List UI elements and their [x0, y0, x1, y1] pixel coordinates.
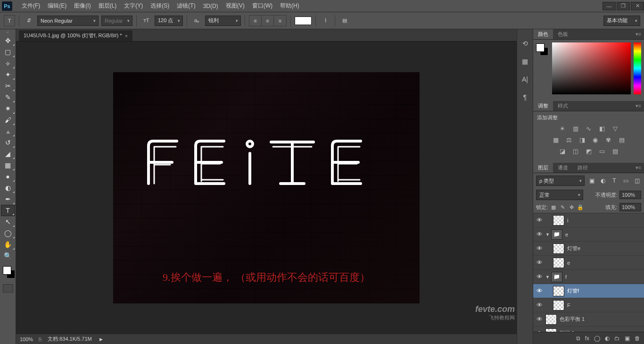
- layer-name[interactable]: e: [565, 232, 568, 237]
- filter-smart-icon[interactable]: ◫: [633, 176, 641, 185]
- pen-tool[interactable]: ✒: [1, 193, 15, 205]
- restore-button[interactable]: ❐: [617, 2, 630, 10]
- document-tab[interactable]: 1U45UV8-1.jpg @ 100% (灯管f, RGB/8#) * ×: [19, 30, 132, 41]
- menu-window[interactable]: 窗口(W): [248, 0, 276, 12]
- properties-panel-icon[interactable]: ▦: [520, 57, 530, 66]
- channel-mixer-icon[interactable]: ✾: [604, 135, 613, 144]
- menu-file[interactable]: 文件(F): [18, 0, 44, 12]
- tab-color[interactable]: 颜色: [533, 29, 553, 39]
- visibility-toggle[interactable]: 👁: [533, 259, 545, 266]
- invert-icon[interactable]: ◪: [558, 147, 567, 155]
- eyedropper-tool[interactable]: ✎: [1, 92, 15, 103]
- font-style-dropdown[interactable]: Regular: [101, 16, 132, 26]
- menu-type[interactable]: 文字(Y): [120, 0, 147, 12]
- tab-paths[interactable]: 路径: [573, 163, 593, 173]
- group-arrow-icon[interactable]: ▼: [545, 275, 551, 279]
- stamp-tool[interactable]: ⟁: [1, 126, 15, 137]
- eraser-tool[interactable]: ◢: [1, 148, 15, 159]
- warp-text-icon[interactable]: ⌇: [320, 15, 331, 26]
- visibility-toggle[interactable]: 👁: [533, 287, 545, 294]
- visibility-toggle[interactable]: 👁: [533, 217, 545, 224]
- selective-color-icon[interactable]: ▨: [611, 147, 619, 155]
- new-group-icon[interactable]: 🗀: [614, 335, 620, 342]
- blur-tool[interactable]: ●: [1, 171, 15, 182]
- antialias-dropdown[interactable]: 锐利: [205, 16, 241, 26]
- layer-row[interactable]: 👁▼e: [533, 227, 644, 242]
- layer-row[interactable]: 👁色彩平衡 1: [533, 312, 644, 327]
- layer-name[interactable]: 灯管e: [567, 245, 580, 252]
- align-right-button[interactable]: ≡: [274, 16, 286, 26]
- layer-name[interactable]: f: [565, 274, 567, 280]
- layer-row[interactable]: 👁图层 0: [533, 327, 644, 332]
- font-family-dropdown[interactable]: Neon Regular: [37, 16, 99, 26]
- menu-edit[interactable]: 编辑(E): [44, 0, 70, 12]
- close-tab-icon[interactable]: ×: [125, 33, 128, 39]
- panel-menu-icon[interactable]: ▾≡: [633, 103, 644, 109]
- filter-pixel-icon[interactable]: ▣: [587, 176, 596, 185]
- fg-swatch[interactable]: [536, 43, 545, 52]
- menu-filter[interactable]: 滤镜(T): [173, 0, 199, 12]
- lock-pixels-icon[interactable]: ✎: [559, 204, 566, 210]
- panel-menu-icon[interactable]: ▾≡: [633, 31, 644, 37]
- vibrance-icon[interactable]: ▽: [611, 124, 619, 133]
- marquee-tool[interactable]: ▢: [1, 46, 15, 58]
- layer-kind-dropdown[interactable]: ρ 类型: [536, 176, 585, 186]
- doc-info[interactable]: 文档:834.1K/5.71M: [48, 336, 92, 343]
- photo-filter-icon[interactable]: ◉: [591, 135, 600, 144]
- lasso-tool[interactable]: ⟡: [1, 58, 15, 69]
- quick-mask-icon[interactable]: [3, 284, 13, 293]
- align-center-button[interactable]: ≡: [262, 16, 274, 26]
- lut-icon[interactable]: ▤: [618, 135, 626, 144]
- menu-layer[interactable]: 图层(L): [95, 0, 121, 12]
- zoom-level[interactable]: 100%: [20, 336, 33, 342]
- group-arrow-icon[interactable]: ▼: [545, 232, 551, 237]
- history-panel-icon[interactable]: ⟲: [520, 39, 530, 48]
- visibility-toggle[interactable]: 👁: [533, 231, 545, 238]
- history-brush-tool[interactable]: ↺: [1, 137, 15, 148]
- hand-tool[interactable]: ✋: [1, 239, 15, 250]
- fill-input[interactable]: 100%: [619, 203, 641, 211]
- layer-name[interactable]: e: [567, 260, 570, 266]
- shape-tool[interactable]: ◯: [1, 227, 15, 239]
- lock-position-icon[interactable]: ✥: [568, 204, 575, 210]
- lock-all-icon[interactable]: 🔒: [577, 204, 584, 210]
- text-orientation-icon[interactable]: ⇵: [23, 15, 34, 26]
- text-color-swatch[interactable]: [295, 17, 312, 25]
- layer-row[interactable]: 👁e: [533, 256, 644, 270]
- tab-swatches[interactable]: 色板: [553, 29, 573, 39]
- menu-3d[interactable]: 3D(D): [199, 1, 222, 11]
- bw-icon[interactable]: ◨: [578, 135, 586, 144]
- collapse-toolbar-icon[interactable]: «: [0, 30, 16, 35]
- healing-tool[interactable]: ✷: [1, 103, 15, 114]
- gradient-tool[interactable]: ▦: [1, 159, 15, 171]
- layer-fx-icon[interactable]: fx: [585, 335, 589, 342]
- path-select-tool[interactable]: ↖: [1, 216, 15, 227]
- color-balance-icon[interactable]: ⚖: [565, 135, 573, 144]
- expose-icon[interactable]: ⎘: [39, 336, 42, 342]
- workspace-dropdown[interactable]: 基本功能: [603, 16, 640, 26]
- character-panel-icon[interactable]: A|: [520, 75, 530, 84]
- font-size-dropdown[interactable]: 120 点: [155, 16, 183, 26]
- gradient-map-icon[interactable]: ▭: [598, 147, 606, 155]
- visibility-toggle[interactable]: 👁: [533, 273, 545, 280]
- posterize-icon[interactable]: ◫: [571, 147, 580, 155]
- tab-channels[interactable]: 通道: [553, 163, 573, 173]
- visibility-toggle[interactable]: 👁: [533, 302, 545, 309]
- layer-name[interactable]: 色彩平衡 1: [560, 316, 585, 323]
- color-field[interactable]: [552, 42, 631, 94]
- align-left-button[interactable]: ≡: [249, 16, 262, 26]
- brightness-icon[interactable]: ☀: [558, 124, 567, 133]
- visibility-toggle[interactable]: 👁: [533, 245, 545, 252]
- type-tool[interactable]: T: [1, 205, 15, 216]
- menu-image[interactable]: 图像(I): [70, 0, 94, 12]
- tab-adjustments[interactable]: 调整: [533, 101, 553, 111]
- minimize-button[interactable]: —: [603, 2, 616, 10]
- paragraph-panel-icon[interactable]: ¶: [520, 92, 530, 102]
- layer-mask-icon[interactable]: ◯: [594, 335, 600, 342]
- status-menu-icon[interactable]: ▶: [99, 337, 103, 342]
- lock-transparent-icon[interactable]: ▩: [550, 204, 557, 210]
- quick-select-tool[interactable]: ✦: [1, 69, 15, 80]
- crop-tool[interactable]: ✂: [1, 80, 15, 92]
- foreground-color[interactable]: [3, 266, 11, 275]
- canvas-viewport[interactable]: 9.挨个做一遍， （或用动作不会的话可百度） fevte.com 飞特教程网: [16, 42, 517, 334]
